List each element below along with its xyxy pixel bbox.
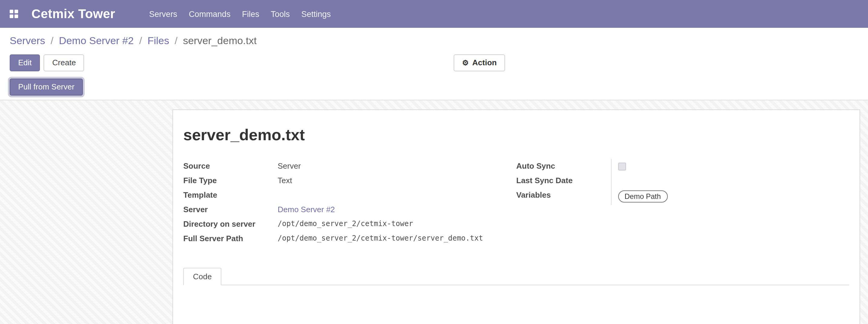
create-button[interactable]: Create [44, 55, 84, 71]
field-label-file-type: File Type [183, 173, 278, 188]
tab-bar: Code [183, 268, 849, 285]
field-value-server: Demo Server #2 [278, 202, 516, 217]
field-value-template [278, 188, 516, 202]
form-view-background: server_demo.txt Source Server File Type … [0, 100, 868, 324]
field-label-template: Template [183, 188, 278, 202]
breadcrumb-demo-server[interactable]: Demo Server #2 [59, 35, 134, 47]
statusbar: Pull from Server [0, 74, 868, 100]
breadcrumb-separator: / [139, 35, 142, 47]
apps-grid-square [14, 10, 18, 13]
field-label-variables: Variables [516, 188, 611, 205]
field-label-last-sync-date: Last Sync Date [516, 173, 611, 188]
record-title: server_demo.txt [183, 126, 849, 144]
breadcrumb-servers[interactable]: Servers [10, 35, 45, 47]
field-label-server: Server [183, 202, 278, 217]
breadcrumb-separator: / [175, 35, 177, 47]
auto-sync-checkbox[interactable] [618, 163, 626, 170]
pull-from-server-button[interactable]: Pull from Server [10, 78, 83, 96]
apps-grid-square [10, 10, 13, 13]
field-value-full-path: /opt/demo_server_2/cetmix-tower/server_d… [278, 231, 516, 246]
menu-item-servers[interactable]: Servers [149, 9, 177, 19]
variable-tag-demo-path: Demo Path [618, 190, 668, 202]
apps-grid-square [14, 14, 18, 18]
notebook: Code [183, 268, 849, 322]
top-navbar: Cetmix Tower Servers Commands Files Tool… [0, 0, 868, 28]
form-sheet: server_demo.txt Source Server File Type … [173, 109, 860, 324]
field-value-directory: /opt/demo_server_2/cetmix-tower [278, 217, 516, 231]
edit-button[interactable]: Edit [10, 55, 40, 71]
action-button-label: Action [472, 58, 497, 68]
breadcrumb-separator: / [51, 35, 53, 47]
field-label-full-path: Full Server Path [183, 231, 278, 246]
field-groups: Source Server File Type Text Template Se… [183, 159, 849, 246]
tab-code-content [183, 285, 849, 322]
left-field-group: Source Server File Type Text Template Se… [183, 159, 516, 246]
field-value-file-type: Text [278, 173, 516, 188]
action-button[interactable]: ⚙ Action [454, 55, 505, 71]
field-value-source: Server [278, 159, 516, 173]
field-value-auto-sync [611, 159, 849, 173]
breadcrumb: Servers / Demo Server #2 / Files / serve… [0, 28, 868, 55]
control-panel: Edit Create ⚙ Action [0, 55, 868, 74]
field-label-source: Source [183, 159, 278, 173]
menu-item-tools[interactable]: Tools [271, 9, 290, 19]
apps-grid-square [10, 14, 13, 18]
breadcrumb-current: server_demo.txt [183, 35, 257, 47]
main-menu: Servers Commands Files Tools Settings [149, 9, 331, 19]
field-value-last-sync-date [611, 173, 849, 188]
field-label-directory: Directory on server [183, 217, 278, 231]
apps-grid-icon[interactable] [10, 10, 18, 18]
menu-item-files[interactable]: Files [242, 9, 259, 19]
menu-item-commands[interactable]: Commands [189, 9, 230, 19]
tab-code[interactable]: Code [183, 268, 221, 285]
menu-item-settings[interactable]: Settings [301, 9, 331, 19]
right-field-group: Auto Sync Last Sync Date Variables Demo … [516, 159, 849, 246]
app-window: Cetmix Tower Servers Commands Files Tool… [0, 0, 868, 324]
field-value-variables: Demo Path [611, 188, 849, 205]
app-brand[interactable]: Cetmix Tower [31, 7, 115, 21]
server-record-link[interactable]: Demo Server #2 [278, 205, 335, 214]
field-label-auto-sync: Auto Sync [516, 159, 611, 173]
breadcrumb-files[interactable]: Files [148, 35, 169, 47]
gear-icon: ⚙ [462, 59, 469, 66]
